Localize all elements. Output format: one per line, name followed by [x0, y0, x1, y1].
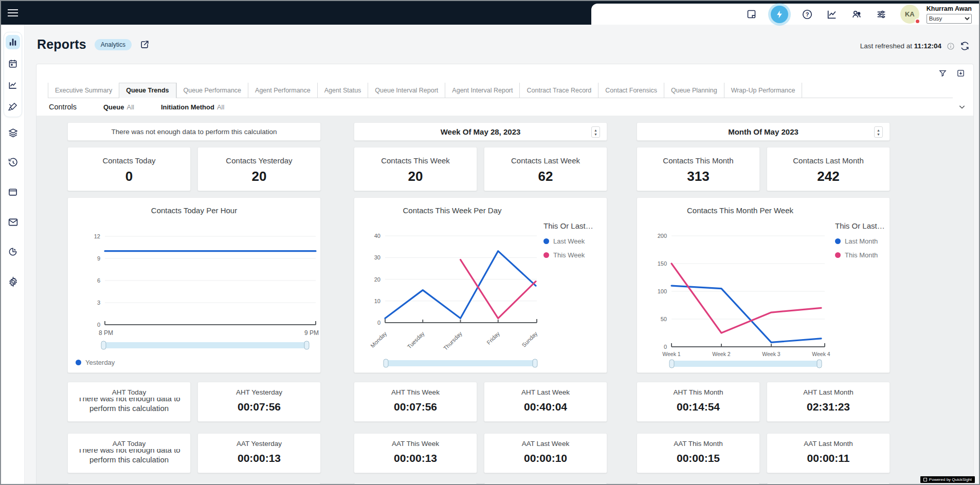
svg-text:Sunday: Sunday	[521, 330, 539, 348]
no-data-header: There was not enough data to perform thi…	[112, 128, 277, 136]
scrollbar-handle[interactable]	[669, 360, 674, 368]
scrollbar-handle[interactable]	[304, 341, 309, 349]
svg-text:0: 0	[664, 344, 667, 350]
svg-text:9 PM: 9 PM	[304, 329, 319, 337]
tab-agent-performance[interactable]: Agent Performance	[248, 83, 317, 98]
filter-icon[interactable]	[938, 69, 947, 78]
refresh-icon[interactable]	[960, 41, 970, 51]
sidebar-group	[4, 32, 22, 117]
sidebar-item-design[interactable]	[6, 100, 20, 114]
kpi-contacts-this-month: Contacts This Month 313	[637, 147, 760, 191]
sidebar-item-layers[interactable]	[6, 125, 20, 140]
svg-text:0: 0	[377, 320, 380, 326]
kpi-contacts-this-week: Contacts This Week 20	[354, 147, 477, 191]
info-icon[interactable]	[947, 42, 955, 50]
chart-scrollbar[interactable]	[102, 342, 308, 348]
aat-this-week-card: AAT This Week 00:00:13	[354, 433, 477, 473]
tab-wrap-up-performance[interactable]: Wrap-Up Performance	[724, 83, 803, 98]
aht-yesterday-card: AHT Yesterday 00:07:56	[197, 382, 321, 422]
tab-queue-trends[interactable]: Queue Trends	[119, 83, 176, 98]
legend-this-month[interactable]: This Month	[835, 251, 885, 259]
aht-last-week-card: AHT Last Week 00:40:04	[484, 382, 607, 422]
chart-scrollbar[interactable]	[384, 360, 537, 366]
clipped-card	[67, 482, 321, 485]
controls-bar: Controls QueueAll Initiation MethodAll	[49, 98, 966, 116]
tab-queue-performance[interactable]: Queue Performance	[176, 83, 248, 98]
chart-scrollbar[interactable]	[670, 361, 821, 367]
tab-contract-trace-record[interactable]: Contract Trace Record	[519, 83, 598, 98]
scrollbar-handle[interactable]	[384, 359, 388, 367]
note-icon[interactable]	[746, 9, 757, 20]
sidebar-item-schedule[interactable]	[6, 57, 20, 71]
sidebar-item-analytics[interactable]	[6, 78, 20, 92]
chevron-down-icon[interactable]	[958, 103, 966, 111]
svg-text:Friday: Friday	[485, 330, 501, 346]
queue-filter[interactable]: QueueAll	[103, 103, 134, 111]
aat-this-month-card: AAT This Month 00:00:15	[637, 433, 760, 473]
kpi-contacts-today: Contacts Today 0	[67, 147, 191, 191]
tab-agent-status[interactable]: Agent Status	[317, 83, 368, 98]
svg-text:6: 6	[97, 277, 100, 284]
svg-text:100: 100	[658, 288, 667, 294]
clipped-card	[354, 482, 477, 485]
today-header-card: There was not enough data to perform thi…	[67, 122, 321, 141]
aht-this-month-card: AHT This Month 00:14:54	[637, 382, 760, 422]
app-window: ? KA Khurram Awan Busy	[0, 0, 980, 485]
hamburger-menu-icon[interactable]	[8, 9, 18, 16]
tab-agent-interval-report[interactable]: Agent Interval Report	[445, 83, 519, 98]
external-link-icon[interactable]	[140, 40, 150, 49]
week-stepper[interactable]: ▲▼	[591, 126, 600, 138]
initiation-method-filter[interactable]: Initiation MethodAll	[161, 103, 224, 111]
svg-text:10: 10	[374, 298, 380, 304]
aat-yesterday-card: AAT Yesterday 00:00:13	[197, 433, 321, 473]
kpi-contacts-last-week: Contacts Last Week 62	[484, 147, 607, 191]
scrollbar-handle[interactable]	[533, 359, 537, 367]
sidebar-item-settings[interactable]	[6, 274, 20, 289]
clipped-card	[767, 482, 890, 485]
scrollbar-handle[interactable]	[101, 341, 106, 349]
trend-icon[interactable]	[826, 9, 838, 20]
sliders-icon[interactable]	[876, 9, 887, 20]
svg-text:20: 20	[374, 276, 380, 283]
svg-text:?: ?	[805, 11, 809, 17]
sidebar-item-pie[interactable]	[6, 245, 20, 259]
svg-text:9: 9	[97, 255, 100, 262]
month-stepper[interactable]: ▲▼	[874, 126, 883, 138]
tab-contact-forensics[interactable]: Contact Forensics	[598, 83, 664, 98]
people-icon[interactable]	[851, 9, 862, 20]
svg-text:40: 40	[374, 233, 380, 239]
legend-last-month[interactable]: Last Month	[835, 237, 885, 245]
legend-this-week[interactable]: This Week	[543, 251, 593, 259]
sidebar-item-mail[interactable]	[6, 215, 20, 229]
lightning-icon[interactable]	[771, 6, 788, 23]
chart-contacts-this-week-per-day: Contacts This Week Per Day 010203040Mond…	[354, 197, 607, 373]
last-refreshed-time: 11:12:04	[914, 42, 941, 50]
help-icon[interactable]: ?	[802, 9, 813, 20]
kpi-contacts-last-month: Contacts Last Month 242	[767, 147, 890, 191]
scrollbar-handle[interactable]	[817, 360, 822, 368]
svg-text:200: 200	[658, 233, 667, 239]
tab-queue-interval-report[interactable]: Queue Interval Report	[368, 83, 445, 98]
sidebar-item-reports[interactable]	[6, 35, 20, 49]
aat-last-month-card: AAT Last Month 00:00:11	[767, 433, 890, 473]
aht-this-week-card: AHT This Week 00:07:56	[354, 382, 477, 422]
chart-contacts-this-month-per-week: Contacts This Month Per Week 05010015020…	[637, 197, 890, 373]
sidebar-item-window[interactable]	[6, 185, 20, 199]
sidebar-item-history[interactable]	[6, 155, 20, 170]
export-icon[interactable]	[956, 69, 965, 78]
tab-executive-summary[interactable]: Executive Summary	[48, 83, 119, 98]
dashboard: There was not enough data to perform thi…	[37, 116, 973, 485]
chart-legend: Yesterday	[76, 359, 115, 366]
status-select[interactable]: Busy	[927, 14, 972, 24]
window-icon	[8, 187, 18, 197]
aht-today-card: AHT Today There was not enough data to p…	[67, 382, 191, 422]
bar-chart-icon	[8, 37, 18, 47]
aht-last-month-card: AHT Last Month 02:31:23	[767, 382, 890, 422]
week-header: Week Of May 28, 2023	[441, 127, 521, 136]
legend-last-week[interactable]: Last Week	[543, 237, 593, 245]
topbar-actions: ? KA Khurram Awan Busy	[591, 4, 979, 25]
user-avatar[interactable]: KA	[900, 5, 919, 24]
tab-queue-planning[interactable]: Queue Planning	[664, 83, 724, 98]
svg-text:50: 50	[661, 316, 667, 322]
line-chart[interactable]: 0369128 PM9 PM	[68, 198, 321, 374]
